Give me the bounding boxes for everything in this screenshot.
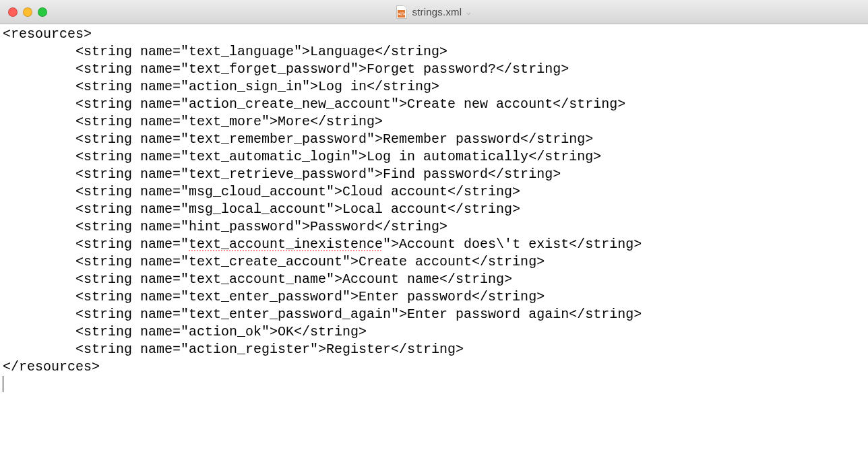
code-line[interactable]: <string name="text_automatic_login">Log …: [3, 149, 601, 164]
window-titlebar: </> strings.xml ⌵: [0, 0, 868, 24]
file-icon: </>: [396, 5, 407, 19]
code-line[interactable]: <string name="text_account_name">Account…: [3, 271, 512, 287]
code-line[interactable]: <string name="action_create_new_account"…: [3, 96, 625, 112]
code-line[interactable]: <string name="text_forget_password">Forg…: [3, 61, 569, 77]
code-line[interactable]: <string name="hint_password">Password</s…: [3, 219, 447, 234]
code-line[interactable]: <string name="text_remember_password">Re…: [3, 131, 593, 147]
document-title[interactable]: </> strings.xml ⌵: [396, 5, 471, 19]
code-line[interactable]: <string name="action_register">Register<…: [3, 342, 464, 357]
close-button[interactable]: [8, 7, 18, 17]
spellcheck-error: text_account_inexistence: [189, 236, 383, 252]
code-line[interactable]: <string name="text_enter_password">Enter…: [3, 289, 545, 304]
code-line[interactable]: <string name="action_sign_in">Log in</st…: [3, 79, 439, 94]
code-line[interactable]: <string name="text_create_account">Creat…: [3, 254, 545, 269]
code-line[interactable]: <resources>: [3, 26, 92, 42]
code-editor[interactable]: <resources> <string name="text_language"…: [0, 24, 868, 454]
code-line[interactable]: <string name="text_language">Language</s…: [3, 44, 447, 59]
text-cursor: [3, 376, 3, 392]
code-line[interactable]: <string name="text_more">More</string>: [3, 114, 383, 129]
zoom-button[interactable]: [38, 7, 47, 17]
code-line[interactable]: <string name="text_account_inexistence">…: [3, 236, 642, 252]
code-line[interactable]: </resources>: [3, 359, 100, 375]
minimize-button[interactable]: [23, 7, 32, 17]
code-line[interactable]: <string name="text_enter_password_again"…: [3, 306, 642, 322]
code-line[interactable]: <string name="msg_cloud_account">Cloud a…: [3, 184, 520, 199]
chevron-down-icon[interactable]: ⌵: [466, 8, 471, 17]
code-line[interactable]: <string name="msg_local_account">Local a…: [3, 201, 520, 217]
code-line[interactable]: <string name="text_retrieve_password">Fi…: [3, 166, 561, 182]
filename-label: strings.xml: [412, 6, 462, 18]
traffic-lights: [8, 0, 47, 24]
code-line[interactable]: <string name="action_ok">OK</string>: [3, 324, 367, 339]
